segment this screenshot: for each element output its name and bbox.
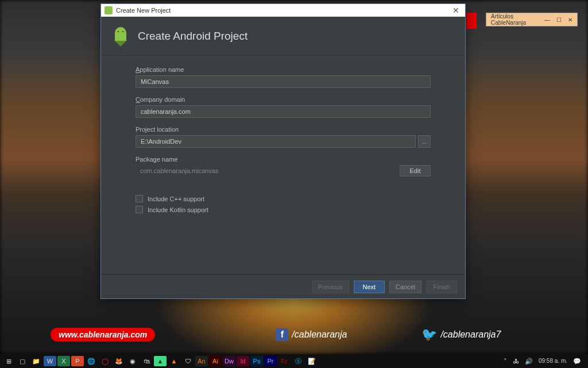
windows-defender-icon[interactable]: 🛡 xyxy=(181,356,194,366)
company-domain-input[interactable] xyxy=(136,105,431,118)
finish-button[interactable]: Finish xyxy=(426,281,457,293)
adobe-an-icon[interactable]: An xyxy=(195,356,208,366)
checkbox-kotlin-support[interactable]: Include Kotlin support xyxy=(136,206,431,213)
notes-icon[interactable]: 📝 xyxy=(305,356,318,366)
start-icon[interactable]: ⊞ xyxy=(2,356,15,366)
field-application-name: Application name xyxy=(136,66,431,88)
field-company-domain: Company domain xyxy=(136,96,431,118)
edge-icon[interactable]: 🌐 xyxy=(85,356,98,366)
tray-chevron-icon[interactable]: ˄ xyxy=(504,358,507,365)
system-tray[interactable]: ˄ 🖧 🔊 09:58 a. m. 💬 xyxy=(504,358,586,365)
application-name-label: Application name xyxy=(136,66,431,73)
adobe-ai-icon[interactable]: Ai xyxy=(209,356,222,366)
edit-button[interactable]: Edit xyxy=(400,165,431,177)
project-location-label: Project location xyxy=(136,126,431,133)
field-package-name: Package name com.cablenaranja.micanvas E… xyxy=(136,156,431,177)
chrome-icon[interactable]: ◉ xyxy=(126,356,139,366)
dialog-form: Application name Company domain Project … xyxy=(101,56,465,274)
mini-window-cablenaranja[interactable]: Artículos CableNaranja — ☐ ✕ xyxy=(486,13,578,26)
powerpoint-icon[interactable]: P xyxy=(71,356,84,366)
adobe-pr-icon[interactable]: Pr xyxy=(264,356,277,366)
adobe-dw-icon[interactable]: Dw xyxy=(223,356,235,366)
word-icon[interactable]: W xyxy=(44,356,56,366)
field-project-location: Project location ... xyxy=(136,126,431,148)
dialog-footer: Previous Next Cancel Finish xyxy=(101,274,465,298)
volume-icon[interactable]: 🔊 xyxy=(525,358,533,365)
android-studio-icon xyxy=(105,6,113,14)
dialog-titlebar[interactable]: Create New Project ✕ xyxy=(101,4,465,17)
checkbox-icon[interactable] xyxy=(136,206,143,213)
network-icon[interactable]: 🖧 xyxy=(513,358,519,365)
twitter-icon: 🐦 xyxy=(421,327,437,342)
background-red-tab xyxy=(466,13,477,29)
firefox-icon[interactable]: 🦊 xyxy=(113,356,125,366)
svg-point-3 xyxy=(122,30,124,32)
next-button[interactable]: Next xyxy=(354,281,385,293)
promo-bar: www.cablenaranja.com f /cablenaranja 🐦 /… xyxy=(51,324,535,345)
dialog-window-title: Create New Project xyxy=(116,7,171,14)
dialog-header: Create Android Project xyxy=(101,17,465,56)
notifications-icon[interactable]: 💬 xyxy=(573,358,581,365)
mini-window-close-icon[interactable]: ✕ xyxy=(567,17,574,23)
dialog-header-title: Create Android Project xyxy=(138,30,247,43)
adobe-id-icon[interactable]: Id xyxy=(237,356,249,366)
cancel-button[interactable]: Cancel xyxy=(389,281,421,293)
browse-button[interactable]: ... xyxy=(418,135,431,148)
cpp-support-label: Include C++ support xyxy=(148,195,204,202)
task-view-icon[interactable]: ▢ xyxy=(16,356,29,366)
mini-window-title: Artículos CableNaranja xyxy=(491,13,544,26)
application-name-input[interactable] xyxy=(136,75,431,88)
opera-icon[interactable]: ◯ xyxy=(99,356,111,366)
create-project-dialog: Create New Project ✕ Create Android Proj… xyxy=(100,3,466,299)
filezilla-icon[interactable]: Fz xyxy=(278,356,291,366)
mini-window-minimize-icon[interactable]: — xyxy=(544,17,551,23)
facebook-icon: f xyxy=(276,328,288,341)
package-name-label: Package name xyxy=(136,156,431,163)
android-studio-taskbar-icon[interactable]: ▲ xyxy=(154,356,167,366)
skype-icon[interactable]: ⓢ xyxy=(292,356,304,366)
close-icon[interactable]: ✕ xyxy=(450,6,462,15)
file-explorer-icon[interactable]: 📁 xyxy=(30,356,42,366)
package-name-value: com.cablenaranja.micanvas xyxy=(136,167,400,174)
checkbox-cpp-support[interactable]: Include C++ support xyxy=(136,195,431,202)
svg-point-2 xyxy=(118,30,119,32)
kotlin-support-label: Include Kotlin support xyxy=(148,206,208,213)
mini-window-maximize-icon[interactable]: ☐ xyxy=(555,17,562,23)
promo-url-pill: www.cablenaranja.com xyxy=(51,328,155,342)
adobe-ps-icon[interactable]: Ps xyxy=(250,356,263,366)
checkbox-icon[interactable] xyxy=(136,195,143,202)
promo-facebook: f /cablenaranja xyxy=(276,328,347,341)
store-icon[interactable]: 🛍 xyxy=(140,356,153,366)
project-location-input[interactable] xyxy=(136,135,416,148)
clock[interactable]: 09:58 a. m. xyxy=(539,358,567,364)
promo-twitter: 🐦 /cablenaranja7 xyxy=(421,327,501,342)
svg-rect-1 xyxy=(115,33,126,41)
excel-icon[interactable]: X xyxy=(57,356,70,366)
previous-button[interactable]: Previous xyxy=(312,281,349,293)
vlc-icon[interactable]: ▲ xyxy=(168,356,180,366)
android-logo-icon xyxy=(111,26,130,47)
taskbar[interactable]: ⊞ ▢ 📁 W X P 🌐 ◯ 🦊 ◉ 🛍 ▲ ▲ 🛡 An Ai Dw Id … xyxy=(0,354,588,368)
company-domain-label: Company domain xyxy=(136,96,431,103)
